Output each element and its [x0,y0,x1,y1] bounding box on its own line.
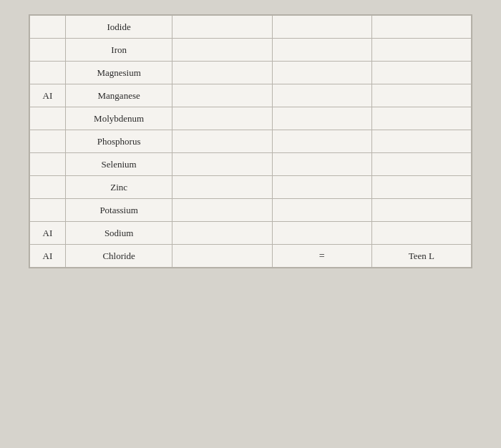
ai-cell: AI [30,84,66,107]
data-cell-3 [371,107,471,130]
mineral-cell: Chloride [65,245,172,268]
data-cell-1 [172,199,272,222]
ai-cell [30,153,66,176]
table-row: Magnesium [30,62,472,84]
mineral-cell: Iodide [65,16,172,39]
data-cell-2 [272,199,371,222]
table-row: AIManganese [30,84,472,107]
data-cell-1 [172,153,272,176]
ai-cell: AI [30,222,66,245]
table-row: Zinc [30,176,472,199]
data-cell-3: Teen L [371,245,471,268]
data-cell-3 [371,199,471,222]
data-cell-3 [371,222,471,245]
mineral-cell: Phosphorus [65,130,172,153]
ai-cell [30,199,66,222]
mineral-cell: Iron [65,39,172,62]
data-cell-3 [371,16,471,39]
data-cell-2 [272,153,371,176]
data-cell-1 [172,62,272,84]
data-cell-2 [272,39,371,62]
mineral-cell: Magnesium [65,62,172,84]
data-cell-2 [272,107,371,130]
data-cell-1 [172,176,272,199]
table-row: Selenium [30,153,472,176]
table-row: Molybdenum [30,107,472,130]
data-cell-1 [172,107,272,130]
data-cell-2 [272,222,371,245]
table-row: AISodium [30,222,472,245]
data-cell-2 [272,84,371,107]
mineral-cell: Selenium [65,153,172,176]
mineral-cell: Sodium [65,222,172,245]
table-row: Iron [30,39,472,62]
data-cell-3 [371,39,471,62]
data-cell-2: = [272,245,371,268]
table-row: Potassium [30,199,472,222]
ai-cell [30,130,66,153]
data-cell-3 [371,176,471,199]
ai-cell [30,62,66,84]
data-cell-3 [371,130,471,153]
main-table-container: IodideIronMagnesiumAIManganeseMolybdenum… [29,14,472,268]
mineral-cell: Potassium [65,199,172,222]
table-row: AIChloride=Teen L [30,245,472,268]
data-cell-1 [172,16,272,39]
data-cell-2 [272,62,371,84]
data-cell-1 [172,130,272,153]
data-cell-1 [172,84,272,107]
data-cell-2 [272,130,371,153]
data-cell-1 [172,245,272,268]
table-row: Phosphorus [30,130,472,153]
data-cell-1 [172,39,272,62]
data-cell-3 [371,153,471,176]
data-cell-1 [172,222,272,245]
data-cell-2 [272,16,371,39]
ai-cell [30,176,66,199]
data-cell-2 [272,176,371,199]
mineral-cell: Zinc [65,176,172,199]
mineral-cell: Manganese [65,84,172,107]
ai-cell [30,16,66,39]
ai-cell: AI [30,245,66,268]
data-cell-3 [371,84,471,107]
table-row: Iodide [30,16,472,39]
ai-cell [30,39,66,62]
ai-cell [30,107,66,130]
data-cell-3 [371,62,471,84]
mineral-cell: Molybdenum [65,107,172,130]
minerals-table: IodideIronMagnesiumAIManganeseMolybdenum… [29,15,472,268]
